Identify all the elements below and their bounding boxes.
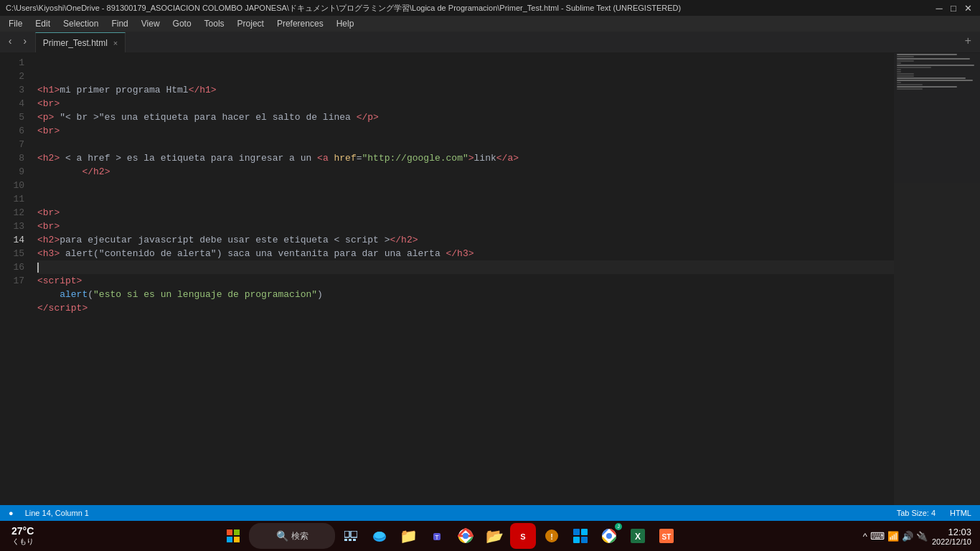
taskbar-files[interactable]: 📁 (395, 523, 421, 549)
tab-close-button[interactable]: × (113, 39, 118, 47)
svg-rect-22 (573, 537, 580, 543)
status-position[interactable]: Line 14, Column 1 (22, 509, 92, 517)
taskbar-center: 🔍 検索 📁 T 📂 S ! J X (42, 523, 857, 549)
menu-help[interactable]: Help (331, 17, 360, 30)
status-indicator[interactable]: ● (6, 509, 17, 517)
svg-text:S: S (520, 532, 525, 541)
svg-rect-5 (351, 531, 357, 537)
svg-point-15 (463, 533, 468, 539)
title-text: C:\Users\Kiyoshi\OneDrive - 891300179_AS… (6, 3, 933, 14)
code-line-7: </h2> (37, 165, 894, 179)
line-number-12: 12 (0, 206, 24, 220)
status-bar: ● Line 14, Column 1 Tab Size: 4 HTML (0, 505, 980, 521)
volume-icon[interactable]: 🔊 (902, 531, 913, 542)
menu-project[interactable]: Project (232, 17, 270, 30)
menu-file[interactable]: File (3, 17, 28, 30)
taskbar-excel[interactable]: X (625, 523, 651, 549)
power-icon[interactable]: 🔌 (916, 531, 928, 542)
menu-bar: File Edit Selection Find View Goto Tools… (0, 16, 980, 32)
status-tab-size[interactable]: Tab Size: 4 (894, 509, 938, 517)
taskbar-winstore[interactable] (567, 523, 593, 549)
code-area[interactable]: <h1>mi primer programa Html</h1><br><p> … (32, 53, 894, 505)
sys-icons: ^ ⌨ 📶 🔊 🔌 (863, 530, 928, 542)
taskbar-security[interactable]: ! (539, 523, 565, 549)
code-line-13: <h3> alert("contenido de alerta") saca u… (37, 247, 894, 260)
code-line-9 (37, 192, 894, 206)
status-right: Tab Size: 4 HTML (894, 509, 974, 517)
taskbar-teams[interactable]: T (424, 523, 450, 549)
line-number-2: 2 (0, 70, 24, 83)
line-number-5: 5 (0, 110, 24, 124)
maximize-button[interactable]: □ (947, 1, 960, 14)
line-number-15: 15 (0, 247, 24, 260)
line-number-11: 11 (0, 192, 24, 206)
svg-rect-4 (344, 531, 349, 537)
menu-edit[interactable]: Edit (29, 17, 56, 30)
menu-goto[interactable]: Goto (167, 17, 197, 30)
svg-rect-8 (353, 539, 356, 541)
taskbar-chrome[interactable] (453, 523, 479, 549)
taskbar-sublime[interactable]: ST (654, 523, 679, 549)
taskbar-chrome2[interactable]: J (596, 523, 622, 549)
line-number-13: 13 (0, 220, 24, 233)
code-line-17: </script> (37, 301, 894, 315)
code-line-5 (37, 138, 894, 151)
code-line-3: <p> "< br >"es una etiqueta para hacer e… (37, 110, 894, 124)
keyboard-icon[interactable]: ⌨ (870, 530, 885, 542)
menu-preferences[interactable]: Preferences (271, 17, 329, 30)
line-number-3: 3 (0, 83, 24, 97)
close-button[interactable]: ✕ (961, 1, 974, 14)
menu-find[interactable]: Find (105, 17, 133, 30)
svg-rect-23 (581, 537, 588, 543)
line-number-16: 16 (0, 260, 24, 274)
svg-text:ST: ST (662, 533, 672, 541)
clock-time: 12:03 (948, 527, 971, 537)
start-button[interactable] (220, 523, 246, 549)
code-line-10: <br> (37, 206, 894, 220)
line-numbers: 1234567891011121314151617 (0, 53, 32, 505)
weather-temp: 27°C (11, 525, 34, 537)
minimap (894, 53, 980, 505)
svg-text:T: T (435, 534, 439, 541)
svg-rect-20 (573, 529, 580, 535)
tab-next-arrow[interactable]: › (17, 34, 32, 49)
svg-rect-2 (227, 537, 232, 542)
editor: 1234567891011121314151617 <h1>mi primer … (0, 53, 980, 505)
code-line-11: <br> (37, 220, 894, 233)
line-number-10: 10 (0, 179, 24, 192)
time-block[interactable]: 12:03 2022/12/10 (932, 527, 971, 546)
status-left: ● Line 14, Column 1 (6, 509, 92, 517)
code-line-1: <h1>mi primer programa Html</h1> (37, 83, 894, 97)
weather-widget: 27°C くもり (6, 525, 39, 547)
svg-rect-6 (344, 539, 347, 541)
code-line-14 (37, 260, 894, 274)
line-number-1: 1 (0, 56, 24, 70)
line-number-7: 7 (0, 138, 24, 151)
taskbar-app1[interactable]: S (510, 523, 536, 549)
chevron-icon[interactable]: ^ (863, 531, 867, 542)
taskbar-files2[interactable]: 📂 (481, 523, 507, 549)
taskbar-edge[interactable] (367, 523, 392, 549)
code-line-16: alert("esto si es un lenguaje de program… (37, 288, 894, 301)
menu-tools[interactable]: Tools (199, 17, 230, 30)
wifi-icon[interactable]: 📶 (887, 531, 899, 542)
tab-nav-arrows: ‹ › (0, 31, 35, 52)
code-line-6: <h2> < a href > es la etiqueta para ingr… (37, 151, 894, 165)
line-number-4: 4 (0, 97, 24, 110)
tab-prev-arrow[interactable]: ‹ (3, 34, 17, 49)
taskview-button[interactable] (338, 523, 364, 549)
svg-text:X: X (635, 532, 641, 542)
minimize-button[interactable]: ─ (933, 1, 946, 14)
line-number-9: 9 (0, 165, 24, 179)
tab-primer-test[interactable]: Primer_Test.html × (35, 32, 126, 52)
tab-add-button[interactable]: + (956, 31, 980, 52)
tab-label: Primer_Test.html (43, 38, 108, 48)
menu-view[interactable]: View (136, 17, 166, 30)
search-button[interactable]: 🔍 検索 (249, 523, 335, 549)
weather-desc: くもり (12, 537, 34, 547)
status-language[interactable]: HTML (947, 509, 974, 517)
line-number-8: 8 (0, 151, 24, 165)
svg-rect-1 (234, 529, 240, 535)
menu-selection[interactable]: Selection (57, 17, 104, 30)
code-line-2: <br> (37, 97, 894, 110)
